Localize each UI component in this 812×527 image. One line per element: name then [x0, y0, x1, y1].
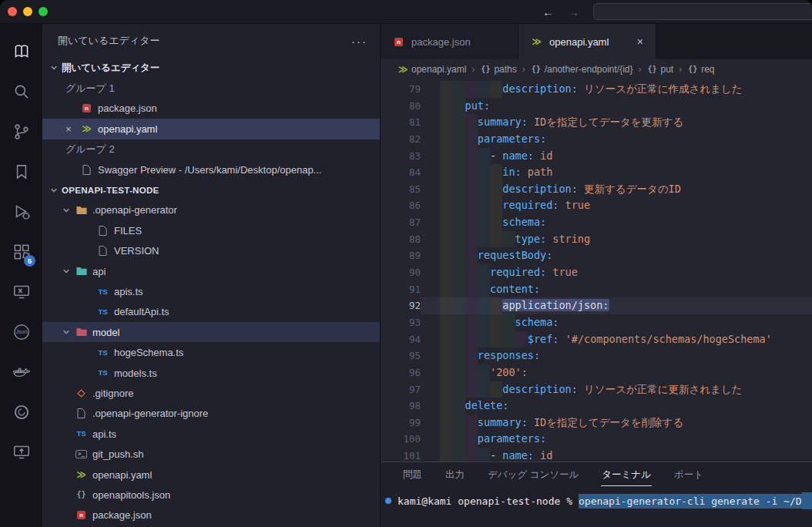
breadcrumb-item-put[interactable]: {}put: [647, 64, 674, 75]
breadcrumb-item-openapi-yaml[interactable]: ≫openapi.yaml: [398, 64, 466, 75]
open-editors-list: グループ 1npackage.json×≫openapi.yamlグループ 2S…: [42, 78, 380, 180]
activity-circle-tool[interactable]: [0, 392, 42, 432]
code-line[interactable]: 79 description: リソースが正常に作成されました: [381, 81, 812, 98]
open-editor-label: openapi.yaml: [98, 123, 157, 135]
line-number: 99: [381, 415, 421, 431]
tree-item-gitignore[interactable]: .gitignore: [42, 383, 380, 403]
tree-item-label: .openapi-generator: [92, 204, 177, 216]
tree-item-package-json[interactable]: npackage.json: [42, 505, 380, 525]
open-editor-openapi-yaml[interactable]: ×≫openapi.yaml: [42, 119, 380, 139]
code-line[interactable]: 95 responses:: [381, 347, 812, 364]
close-icon[interactable]: ×: [65, 124, 79, 134]
tree-item-openapi-generator[interactable]: .openapi-generator: [42, 200, 380, 220]
close-icon[interactable]: ×: [636, 35, 645, 48]
tree-item-models-ts[interactable]: TSmodels.ts: [42, 363, 380, 383]
command-center-search[interactable]: [593, 3, 812, 20]
breadcrumb-item-another-endpoint-id[interactable]: {}/another-endpoint/{id}: [531, 64, 633, 75]
breadcrumb-item-paths[interactable]: {}paths: [480, 64, 516, 75]
code-line[interactable]: 87 schema:: [381, 214, 812, 231]
tab-package-json[interactable]: npackage.json: [381, 24, 518, 59]
code-line[interactable]: 88 type: string: [381, 231, 812, 248]
tree-item-openapi-generator-ignore[interactable]: .openapi-generator-ignore: [42, 404, 380, 424]
code-line[interactable]: 98 delete:: [381, 398, 812, 415]
line-number: 96: [381, 364, 421, 381]
traffic-light-close[interactable]: [8, 7, 17, 16]
tab-bar: npackage.json≫openapi.yaml×: [381, 24, 812, 59]
code-line[interactable]: 92 application/json:: [381, 297, 812, 314]
tree-item-defaultapi-ts[interactable]: TSdefaultApi.ts: [42, 302, 380, 322]
section-open-editors[interactable]: 開いているエディター: [42, 58, 380, 78]
code-line[interactable]: 85 description: 更新するデータのID: [381, 181, 812, 198]
code-line[interactable]: 97 description: リソースが正常に更新されました: [381, 381, 812, 398]
file-icon: [96, 226, 110, 236]
code-line[interactable]: 84 in: path: [381, 164, 812, 181]
code-line[interactable]: 82 parameters:: [381, 131, 812, 148]
ts-icon: TS: [96, 349, 110, 357]
code-line[interactable]: 86 required: true: [381, 197, 812, 214]
breadcrumb-item-req[interactable]: {}req: [687, 64, 714, 75]
panel-tabs: 問題出力デバッグ コンソールターミナルポート: [381, 462, 812, 487]
extensions-badge: 5: [24, 255, 35, 267]
tree-item-model[interactable]: model: [42, 322, 380, 342]
traffic-light-minimize[interactable]: [23, 7, 32, 16]
code-line[interactable]: 99 summary: IDを指定してデータを削除する: [381, 415, 812, 431]
activity-run-debug[interactable]: [0, 192, 42, 232]
traffic-light-zoom[interactable]: [39, 7, 48, 16]
panel-tab-problems[interactable]: 問題: [402, 463, 423, 486]
panel-tab-terminal[interactable]: ターミナル: [601, 463, 652, 486]
tree-item-label: .gitignore: [92, 388, 133, 399]
terminal-prompt: kami@kami openapi-test-node %: [398, 495, 572, 507]
activity-source-control[interactable]: [0, 112, 42, 152]
code-line[interactable]: 89 requestBody:: [381, 247, 812, 264]
panel-tab-ports[interactable]: ポート: [673, 463, 704, 486]
line-number: 84: [381, 164, 421, 181]
git-icon: [74, 388, 89, 398]
tree-item-label: api: [92, 266, 106, 277]
tree-item-api-ts[interactable]: TSapi.ts: [42, 424, 380, 444]
code-area[interactable]: 79 description: リソースが正常に作成されました80 put:81…: [381, 79, 812, 462]
tree-item-openapi-yaml[interactable]: ≫openapi.yaml: [42, 465, 380, 485]
chevron-down-icon: [61, 206, 72, 214]
tree-item-hogeschema-ts[interactable]: TShogeSchema.ts: [42, 342, 380, 362]
activity-remote-monitor[interactable]: [0, 272, 42, 312]
tree-item-openapitools-json[interactable]: {}openapitools.json: [42, 485, 380, 505]
forward-arrow-icon[interactable]: →: [568, 5, 579, 18]
code-line[interactable]: 81 summary: IDを指定してデータを更新する: [381, 114, 812, 131]
activity-extensions[interactable]: 5: [0, 232, 42, 272]
activity-json-viewer[interactable]: Json: [0, 312, 42, 352]
openapi-icon: ≫: [74, 470, 89, 479]
code-line[interactable]: 101 - name: id: [381, 448, 812, 462]
code-line[interactable]: 90 required: true: [381, 264, 812, 281]
sidebar-title: 開いているエディター: [58, 34, 159, 48]
activity-screen-share[interactable]: [0, 432, 42, 472]
code-line[interactable]: 93 schema:: [381, 314, 812, 331]
activity-search[interactable]: [0, 72, 42, 112]
panel-tab-output[interactable]: 出力: [445, 463, 465, 486]
activity-reader[interactable]: [0, 32, 42, 72]
section-workspace[interactable]: OPENAPI-TEST-NODE: [42, 180, 380, 200]
tree-item-files[interactable]: FILES: [42, 220, 380, 240]
code-line[interactable]: 100 parameters:: [381, 431, 812, 448]
code-line[interactable]: 96 '200':: [381, 364, 812, 381]
back-arrow-icon[interactable]: ←: [542, 5, 554, 18]
activity-bookmarks[interactable]: [0, 152, 42, 192]
tree-item-label: api.ts: [92, 428, 116, 440]
activity-docker[interactable]: [0, 352, 42, 392]
open-editor-package-json[interactable]: npackage.json: [42, 99, 380, 119]
terminal-command-line[interactable]: kami@kami openapi-test-node % openapi-ge…: [385, 492, 812, 509]
tree-item-git-push-sh[interactable]: >_git_push.sh: [42, 444, 380, 464]
sidebar-title-row: 開いているエディター ···: [42, 24, 380, 58]
tree-item-version[interactable]: VERSION: [42, 241, 380, 261]
open-editor-swagger-preview-users-kami-desktop-openap[interactable]: Swagger Preview - /Users/kami/Desktop/op…: [42, 159, 380, 180]
code-line[interactable]: 91 content:: [381, 281, 812, 298]
code-line[interactable]: 80 put:: [381, 98, 812, 115]
more-actions-icon[interactable]: ···: [351, 35, 367, 48]
tree-item-apis-ts[interactable]: TSapis.ts: [42, 281, 380, 301]
tab-openapi-yaml[interactable]: ≫openapi.yaml×: [518, 24, 656, 59]
panel-tab-debug-console[interactable]: デバッグ コンソール: [487, 463, 579, 486]
tree-item-api[interactable]: api: [42, 261, 380, 281]
code-line[interactable]: 94 $ref: '#/components/schemas/hogeSchem…: [381, 331, 812, 348]
line-number: 85: [381, 181, 421, 198]
terminal[interactable]: kami@kami openapi-test-node % openapi-ge…: [381, 487, 812, 527]
code-line[interactable]: 83 - name: id: [381, 148, 812, 165]
